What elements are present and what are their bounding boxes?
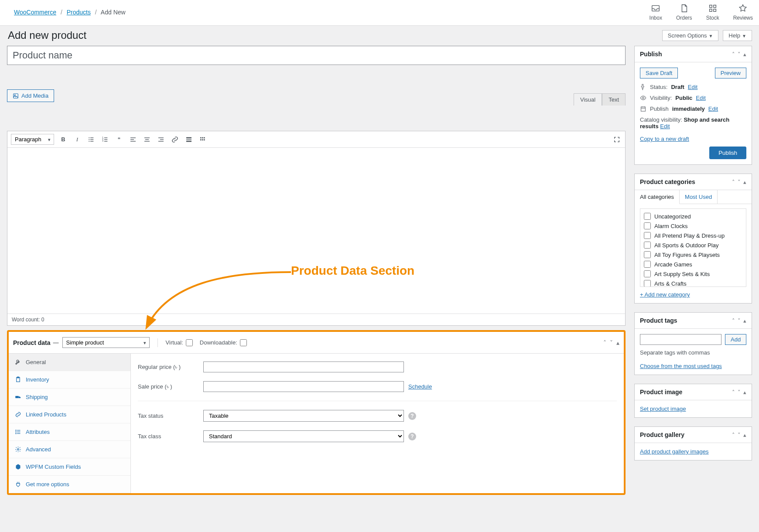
paragraph-select[interactable]: Paragraph — [11, 134, 54, 145]
category-checkbox[interactable] — [644, 213, 651, 220]
editor-content[interactable]: Product Data Section — [7, 148, 625, 314]
tab-shipping[interactable]: Shipping — [9, 389, 130, 406]
toolbar-toggle-button[interactable] — [198, 135, 208, 144]
tab-get-more-options[interactable]: Get more options — [9, 476, 130, 493]
move-up-icon[interactable]: ˄ — [603, 339, 606, 346]
publish-button[interactable]: Publish — [709, 147, 746, 159]
tab-inventory[interactable]: Inventory — [9, 371, 130, 389]
regular-price-input[interactable] — [203, 361, 404, 372]
toggle-icon[interactable]: ▴ — [743, 179, 746, 185]
product-data-title: Product data — [13, 339, 51, 346]
edit-visibility-link[interactable]: Edit — [696, 95, 705, 101]
breadcrumb-woocommerce[interactable]: WooCommerce — [14, 9, 56, 16]
category-checkbox[interactable] — [644, 242, 651, 249]
move-down-icon[interactable]: ˅ — [610, 339, 613, 346]
tab-general[interactable]: General — [9, 354, 130, 371]
stock-button[interactable]: Stock — [706, 3, 719, 21]
categories-list[interactable]: Uncategorized Alarm Clocks All Pretend P… — [640, 208, 746, 287]
tax-class-select[interactable]: Standard — [203, 430, 404, 442]
toggle-icon[interactable]: ▴ — [616, 339, 619, 346]
copy-to-draft-link[interactable]: Copy to a new draft — [640, 136, 689, 142]
category-checkbox[interactable] — [644, 222, 651, 229]
toggle-icon[interactable]: ▴ — [743, 317, 746, 324]
help-button[interactable]: Help▼ — [723, 30, 752, 41]
toggle-icon[interactable]: ▴ — [743, 389, 746, 396]
category-checkbox[interactable] — [644, 270, 651, 277]
tab-linked-products[interactable]: Linked Products — [9, 406, 130, 423]
move-up-icon[interactable]: ˄ — [732, 179, 735, 185]
inbox-button[interactable]: Inbox — [650, 3, 662, 21]
category-item[interactable]: All Toy Figures & Playsets — [644, 250, 742, 259]
product-type-select[interactable]: Simple product — [62, 337, 150, 348]
fullscreen-button[interactable] — [612, 135, 622, 144]
categories-tab-most-used[interactable]: Most Used — [680, 190, 718, 204]
editor-tab-visual[interactable]: Visual — [574, 93, 602, 106]
product-tags-metabox: Product tags ˄˅▴ Add Separate tags with … — [634, 312, 752, 375]
bullet-list-button[interactable] — [86, 135, 96, 144]
move-down-icon[interactable]: ˅ — [738, 51, 741, 58]
tab-advanced[interactable]: Advanced — [9, 441, 130, 458]
category-item[interactable]: Uncategorized — [644, 211, 742, 221]
bold-button[interactable]: B — [58, 135, 68, 144]
move-up-icon[interactable]: ˄ — [732, 317, 735, 324]
move-down-icon[interactable]: ˅ — [738, 317, 741, 324]
schedule-link[interactable]: Schedule — [408, 383, 432, 390]
move-down-icon[interactable]: ˅ — [738, 432, 741, 438]
category-item[interactable]: Arcade Games — [644, 259, 742, 269]
svg-rect-20 — [130, 139, 134, 140]
choose-tags-link[interactable]: Choose from the most used tags — [640, 363, 722, 369]
add-tag-button[interactable]: Add — [725, 334, 746, 345]
italic-button[interactable]: I — [72, 135, 82, 144]
help-icon[interactable]: ? — [408, 433, 416, 440]
category-checkbox[interactable] — [644, 261, 651, 268]
move-down-icon[interactable]: ˅ — [738, 179, 741, 185]
category-checkbox[interactable] — [644, 232, 651, 239]
tag-input[interactable] — [640, 334, 721, 345]
product-title-input[interactable] — [7, 46, 626, 65]
move-up-icon[interactable]: ˄ — [732, 51, 735, 58]
align-left-button[interactable] — [128, 135, 138, 144]
reviews-button[interactable]: Reviews — [733, 3, 753, 21]
toggle-icon[interactable]: ▴ — [743, 432, 746, 438]
edit-publish-date-link[interactable]: Edit — [708, 106, 718, 112]
move-down-icon[interactable]: ˅ — [738, 389, 741, 396]
virtual-checkbox[interactable] — [186, 339, 193, 346]
category-item[interactable]: All Sports & Outdoor Play — [644, 240, 742, 250]
set-product-image-link[interactable]: Set product image — [640, 406, 686, 412]
editor-tab-text[interactable]: Text — [602, 93, 626, 106]
sale-price-input[interactable] — [203, 381, 404, 392]
category-item[interactable]: Arts & Crafts — [644, 279, 742, 287]
toggle-icon[interactable]: ▴ — [743, 51, 746, 58]
downloadable-label: Downloadable: — [200, 339, 237, 346]
breadcrumb-products[interactable]: Products — [67, 9, 91, 16]
align-right-button[interactable] — [156, 135, 166, 144]
truck-icon — [15, 394, 21, 400]
tab-attributes[interactable]: Attributes — [9, 423, 130, 441]
edit-status-link[interactable]: Edit — [688, 84, 697, 90]
move-up-icon[interactable]: ˄ — [732, 389, 735, 396]
downloadable-checkbox[interactable] — [240, 339, 247, 346]
add-gallery-images-link[interactable]: Add product gallery images — [640, 448, 709, 455]
category-item[interactable]: Art Supply Sets & Kits — [644, 269, 742, 279]
quote-button[interactable]: “ — [114, 135, 124, 144]
save-draft-button[interactable]: Save Draft — [640, 68, 678, 78]
align-center-button[interactable] — [142, 135, 152, 144]
edit-catalog-visibility-link[interactable]: Edit — [660, 123, 670, 130]
add-new-category-link[interactable]: + Add new category — [640, 291, 690, 298]
help-icon[interactable]: ? — [408, 412, 416, 420]
orders-button[interactable]: Orders — [676, 3, 692, 21]
category-item[interactable]: All Pretend Play & Dress-up — [644, 231, 742, 240]
number-list-button[interactable]: 123 — [100, 135, 110, 144]
tab-wpfm[interactable]: WPFM Custom Fields — [9, 458, 130, 476]
add-media-button[interactable]: Add Media — [7, 89, 54, 102]
tax-status-select[interactable]: Taxable — [203, 410, 404, 422]
category-item[interactable]: Alarm Clocks — [644, 221, 742, 231]
categories-tab-all[interactable]: All categories — [635, 190, 680, 204]
link-button[interactable] — [170, 135, 180, 144]
move-up-icon[interactable]: ˄ — [732, 432, 735, 438]
category-checkbox[interactable] — [644, 251, 651, 258]
screen-options-button[interactable]: Screen Options▼ — [662, 30, 719, 41]
preview-button[interactable]: Preview — [715, 68, 746, 78]
readmore-button[interactable] — [184, 135, 194, 144]
category-checkbox[interactable] — [644, 280, 651, 287]
